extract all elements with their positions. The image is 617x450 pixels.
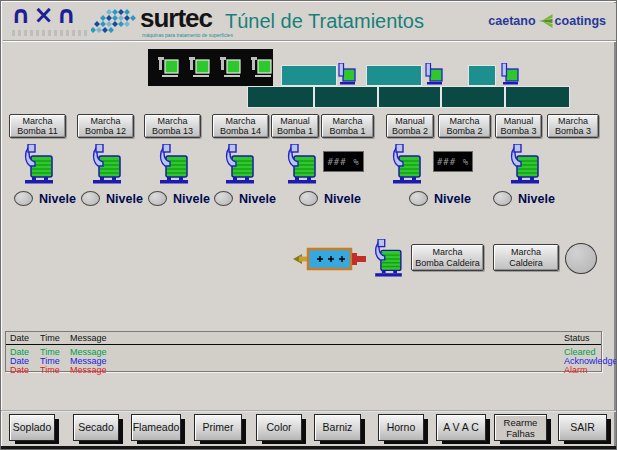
button-label: Marcha — [157, 116, 187, 127]
level-label: Nivele — [39, 192, 76, 206]
treatment-tank-lower — [247, 86, 314, 108]
level-indicator-1: Nivele — [14, 191, 76, 206]
level-label: Nivele — [173, 192, 210, 206]
level-lamp-icon — [148, 191, 167, 206]
tank-pump-icon — [425, 63, 443, 85]
alarm-row-cleared[interactable]: Date Time Message Cleared — [6, 347, 601, 356]
marcha-bomba-1-button[interactable]: Marcha Bomba 1 — [321, 114, 374, 138]
nav-flameado-button[interactable]: Flameado — [131, 414, 181, 441]
button-label: Bomba 13 — [152, 126, 193, 137]
marcha-bomba-3-button[interactable]: Marcha Bomba 3 — [547, 114, 599, 138]
bomba-12-pump-icon — [91, 144, 123, 184]
column-header-time: Time — [40, 333, 60, 343]
nav-divider — [1, 410, 617, 412]
nav-soplado-button[interactable]: Soplado — [9, 414, 55, 441]
page-title: Túnel de Tratamientos — [225, 10, 424, 33]
button-label: Bomba 3 — [555, 126, 591, 137]
window-bottom-edge — [1, 446, 617, 450]
button-label: Marcha — [90, 116, 120, 127]
marcha-bomba-12-button[interactable]: Marcha Bomba 12 — [77, 114, 134, 138]
panel-pump-icon — [249, 56, 273, 78]
button-label: Marcha — [511, 247, 541, 258]
alarm-time: Time — [40, 365, 60, 375]
nav-primer-button[interactable]: Primer — [194, 414, 242, 441]
treatment-tank-lower — [314, 86, 378, 108]
level-indicator-2: Nivele — [81, 191, 143, 206]
button-label: Manual — [395, 116, 425, 127]
level-label: Nivele — [106, 192, 143, 206]
nav-sair-button[interactable]: SAIR — [558, 414, 607, 441]
level-lamp-icon — [299, 191, 318, 206]
button-label: Secado — [78, 422, 114, 433]
nav-secado-button[interactable]: Secado — [73, 414, 119, 441]
nav-rearme-falhas-button[interactable]: Rearme Falhas — [494, 414, 547, 441]
nav-horno-button[interactable]: Horno — [378, 414, 424, 441]
column-header-status: Status — [564, 333, 590, 343]
button-label: Caldeira — [509, 258, 543, 269]
bomba-11-pump-icon — [23, 144, 55, 184]
button-label: Marcha — [432, 247, 462, 258]
button-label: Horno — [387, 422, 416, 433]
button-label: Soplado — [13, 422, 52, 433]
spray-panel-box — [148, 49, 273, 86]
alarm-row-alarm[interactable]: Date Time Message Alarm — [6, 365, 601, 374]
button-label: Rearme — [504, 417, 538, 428]
coatings-fan-icon — [538, 14, 553, 28]
marcha-bomba-caldeira-button[interactable]: Marcha Bomba Caldeira — [411, 244, 484, 271]
button-label: Bomba 2 — [392, 126, 428, 137]
button-label: SAIR — [570, 422, 595, 433]
tank-pump-icon — [338, 63, 356, 85]
level-indicator-4: Nivele — [214, 191, 276, 206]
button-label: Bomba 3 — [500, 126, 536, 137]
nav-avac-button[interactable]: A V A C — [436, 414, 486, 441]
bomba-3-pump-icon — [509, 144, 541, 184]
marcha-caldeira-button[interactable]: Marcha Caldeira — [493, 244, 559, 271]
alarm-table-header: Date Time Message Status — [6, 332, 601, 345]
marcha-bomba-11-button[interactable]: Marcha Bomba 11 — [9, 114, 66, 138]
boiler-icon — [293, 246, 367, 272]
surtec-tagline: máquinas para tratamento de superfícies — [142, 32, 233, 38]
nav-barniz-button[interactable]: Barniz — [314, 414, 361, 441]
treatment-tank-lower — [441, 86, 505, 108]
button-label: Falhas — [506, 428, 535, 439]
brand-left-logo: ∩×∩ — [11, 1, 79, 29]
marcha-bomba-13-button[interactable]: Marcha Bomba 13 — [144, 114, 201, 138]
level-lamp-icon — [14, 191, 33, 206]
alarm-table: Date Time Message Status Date Time Messa… — [5, 331, 602, 372]
alarm-row-acknowledged[interactable]: Date Time Message Acknowledged — [6, 356, 601, 365]
button-label: Manual — [504, 116, 534, 127]
panel-pump-icon — [156, 56, 180, 78]
bomba-2-percent-display: ### % — [433, 151, 473, 172]
button-label: Bomba 1 — [277, 126, 313, 137]
bomba-1-pump-icon — [286, 144, 318, 184]
level-indicator-3: Nivele — [148, 191, 210, 206]
button-label: Barniz — [323, 422, 353, 433]
bomba-2-pump-icon — [391, 144, 423, 184]
manual-bomba-1-button[interactable]: Manual Bomba 1 — [271, 114, 319, 138]
button-label: Marcha — [332, 116, 362, 127]
manual-bomba-3-button[interactable]: Manual Bomba 3 — [495, 114, 542, 138]
button-label: Bomba 2 — [446, 126, 482, 137]
button-label: Bomba 12 — [85, 126, 126, 137]
level-indicator-6: Nivele — [409, 191, 471, 206]
marcha-bomba-14-button[interactable]: Marcha Bomba 14 — [212, 114, 269, 138]
nav-color-button[interactable]: Color — [256, 414, 302, 441]
caetano-text: caetano — [488, 14, 535, 28]
button-label: Bomba 14 — [220, 126, 261, 137]
button-label: Flameado — [133, 422, 180, 433]
bomba-1-percent-display: ### % — [323, 151, 364, 172]
marcha-bomba-2-button[interactable]: Marcha Bomba 2 — [438, 114, 491, 138]
button-label: Marcha — [225, 116, 255, 127]
brand-left-subtext — [12, 30, 88, 36]
surtec-wordmark: surtec — [140, 3, 212, 34]
manual-bomba-2-button[interactable]: Manual Bomba 2 — [386, 114, 434, 138]
treatment-tank-lower — [378, 86, 441, 108]
coatings-text: coatings — [555, 14, 606, 28]
level-lamp-icon — [81, 191, 100, 206]
level-indicator-7: Nivele — [493, 191, 555, 206]
caldeira-pump-icon — [373, 239, 404, 277]
treatment-tank-upper — [366, 65, 422, 86]
panel-pump-icon — [187, 56, 211, 78]
alarm-status: Alarm — [564, 365, 588, 375]
level-lamp-icon — [409, 191, 428, 206]
